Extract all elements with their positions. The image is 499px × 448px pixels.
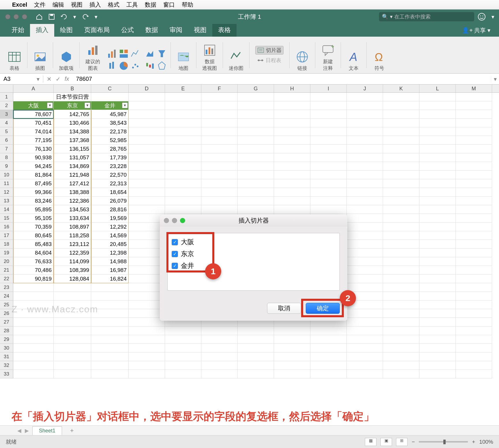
cell[interactable]: 123,112 <box>54 240 91 249</box>
window-controls[interactable] <box>5 14 27 19</box>
cell[interactable] <box>238 110 274 119</box>
group-link[interactable]: 链接 <box>292 37 313 73</box>
cell[interactable] <box>54 335 91 344</box>
zoom-slider[interactable] <box>419 441 468 443</box>
cell[interactable] <box>238 344 274 352</box>
cell[interactable] <box>310 127 347 136</box>
cell[interactable]: 131,057 <box>54 153 91 162</box>
cell[interactable] <box>238 352 274 361</box>
timeline-button[interactable]: 日程表 <box>255 56 284 64</box>
cell[interactable] <box>383 335 419 344</box>
cell[interactable]: 108,399 <box>54 266 91 275</box>
cell[interactable] <box>165 335 201 344</box>
row-header[interactable]: 29 <box>0 335 13 344</box>
cell[interactable] <box>129 171 165 179</box>
cell[interactable] <box>419 292 456 300</box>
cell[interactable] <box>310 352 347 361</box>
cell[interactable] <box>129 136 165 145</box>
cell[interactable] <box>91 326 129 335</box>
menu-help[interactable]: 帮助 <box>182 1 193 9</box>
radar-chart-icon[interactable] <box>157 61 167 71</box>
cell[interactable] <box>129 352 165 361</box>
row-header[interactable]: 18 <box>0 240 13 249</box>
cell[interactable] <box>419 179 456 188</box>
cell[interactable] <box>201 119 238 127</box>
cell[interactable] <box>129 370 165 378</box>
feedback-icon[interactable] <box>478 13 486 21</box>
cell[interactable] <box>456 171 492 179</box>
cell[interactable] <box>347 309 383 318</box>
cell[interactable] <box>347 335 383 344</box>
cell[interactable] <box>419 309 456 318</box>
cell[interactable] <box>456 249 492 257</box>
tab-review[interactable]: 审阅 <box>164 23 188 37</box>
cell[interactable] <box>419 127 456 136</box>
cell[interactable] <box>310 335 347 344</box>
cell[interactable] <box>201 93 238 101</box>
cell[interactable] <box>456 240 492 249</box>
cell[interactable] <box>419 344 456 352</box>
cell[interactable] <box>456 326 492 335</box>
cell[interactable] <box>310 326 347 335</box>
hierarchy-chart-icon[interactable] <box>119 48 129 59</box>
cell[interactable] <box>310 370 347 378</box>
cell[interactable]: 130,466 <box>54 119 91 127</box>
cell[interactable] <box>347 352 383 361</box>
cell[interactable]: 122,386 <box>54 197 91 205</box>
row-header[interactable]: 4 <box>0 119 13 127</box>
cell[interactable] <box>238 370 274 378</box>
column-header[interactable]: E <box>165 85 201 92</box>
cell[interactable] <box>201 370 238 378</box>
cell[interactable] <box>347 344 383 352</box>
cell[interactable] <box>274 326 310 335</box>
cell[interactable] <box>456 223 492 231</box>
cell[interactable] <box>165 352 201 361</box>
cell[interactable] <box>419 257 456 266</box>
cell[interactable] <box>347 283 383 292</box>
tab-data[interactable]: 数据 <box>140 23 164 37</box>
cell[interactable] <box>129 326 165 335</box>
cell[interactable] <box>419 266 456 275</box>
cell[interactable] <box>383 257 419 266</box>
cell[interactable] <box>13 370 54 378</box>
sheet-nav-first-icon[interactable]: ◀ <box>17 428 21 434</box>
cell[interactable]: 19,569 <box>91 214 129 223</box>
cell[interactable] <box>456 197 492 205</box>
cell[interactable] <box>383 283 419 292</box>
column-header[interactable]: I <box>310 85 347 92</box>
cell[interactable]: 22,178 <box>91 127 129 136</box>
cell[interactable] <box>383 231 419 240</box>
cell[interactable] <box>310 110 347 119</box>
column-header[interactable]: J <box>347 85 383 92</box>
minimize-icon[interactable] <box>14 14 19 19</box>
row-header[interactable]: 2 <box>0 101 13 110</box>
cell[interactable] <box>347 240 383 249</box>
cell[interactable] <box>347 214 383 223</box>
cell[interactable] <box>91 361 129 370</box>
row-header[interactable]: 15 <box>0 214 13 223</box>
group-recommended-charts[interactable]: 建议的 图表 <box>82 37 104 73</box>
cell[interactable] <box>383 352 419 361</box>
cell[interactable] <box>13 344 54 352</box>
cell[interactable] <box>54 361 91 370</box>
row-header[interactable]: 20 <box>0 257 13 266</box>
cell[interactable] <box>165 179 201 188</box>
cell[interactable] <box>419 110 456 119</box>
search-input[interactable]: 🔍 ▾ 在工作表中搜索 <box>379 12 474 21</box>
cell[interactable] <box>274 101 310 110</box>
cell[interactable] <box>419 335 456 344</box>
row-header[interactable]: 14 <box>0 205 13 214</box>
cell[interactable] <box>383 136 419 145</box>
cell[interactable] <box>165 344 201 352</box>
add-sheet-button[interactable]: + <box>65 427 78 434</box>
cell[interactable] <box>238 188 274 197</box>
cell[interactable] <box>201 110 238 119</box>
cell[interactable] <box>274 205 310 214</box>
cell[interactable] <box>383 93 419 101</box>
confirm-formula-icon[interactable]: ✓ <box>56 76 61 83</box>
cell[interactable] <box>129 344 165 352</box>
cell[interactable]: 99,366 <box>13 188 54 197</box>
group-pictures[interactable]: 插图 <box>30 37 50 73</box>
dialog-close-icon[interactable] <box>164 218 169 223</box>
menu-view[interactable]: 视图 <box>71 1 82 9</box>
